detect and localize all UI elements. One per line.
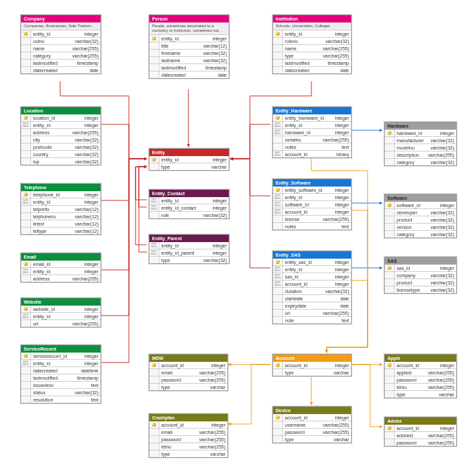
column-icon: [149, 50, 159, 56]
column-type: integer: [438, 265, 456, 271]
connector-line: [230, 124, 270, 159]
table-title: Entity_SAS: [273, 251, 351, 259]
column-name: version: [395, 224, 428, 230]
erd-table-telephone: Telephonetelephone_idintegerNOT NULLenti…: [20, 183, 101, 235]
column-type: integer: [83, 122, 100, 128]
column-icon: [21, 45, 31, 52]
table-row: countryvarchar(32): [21, 150, 100, 157]
column-icon: [21, 144, 31, 150]
foreign-key-icon: NOT NULL: [149, 197, 159, 204]
primary-key-icon: [149, 362, 159, 368]
foreign-key-icon: NOT NULL: [149, 204, 159, 211]
table-row: typevarchar: [273, 368, 351, 376]
column-name: type: [159, 164, 210, 170]
column-type: varchar(32): [201, 58, 229, 64]
column-type: integer: [83, 353, 100, 359]
column-icon: [385, 224, 395, 230]
column-type: integer: [333, 267, 351, 273]
primary-key-icon: [385, 265, 395, 271]
column-icon: [385, 439, 395, 446]
table-body: NOT NULLentity_idintegerNOT NULLentity_i…: [149, 242, 229, 263]
column-name: title: [159, 43, 201, 49]
table-row: entity_idinteger: [149, 35, 229, 42]
table-row: website_idinteger: [21, 306, 100, 312]
column-icon: [21, 129, 31, 136]
foreign-key-icon: NOT NULL: [21, 360, 31, 366]
erd-table-adobe: Adobeaccount_idintegeradobeidvarchar(255…: [384, 417, 457, 447]
column-name: password: [395, 377, 426, 383]
table-body: entity_software_idintegerNOT NULLentity_…: [273, 187, 351, 230]
connector-line: [101, 124, 147, 159]
table-row: NOT NULLentity_idinteger: [21, 121, 100, 128]
erd-table-entity_parent: Entity_ParentNOT NULLentity_idintegerNOT…: [149, 234, 229, 264]
column-type: integer: [83, 31, 100, 37]
column-name: hardware_id: [395, 130, 438, 136]
primary-key-icon: [21, 353, 31, 359]
primary-key-icon: [385, 425, 395, 431]
column-type: varchar(32): [428, 210, 456, 216]
column-type: varchar(12): [73, 206, 100, 212]
column-icon: [385, 216, 395, 223]
table-row: statusvarchar(32): [21, 388, 100, 396]
column-name: password: [159, 377, 197, 383]
column-type: timestamp: [326, 60, 351, 66]
column-type: integer: [333, 194, 351, 200]
foreign-key-icon: NOT NULL: [273, 151, 283, 157]
column-type: varchar(255): [426, 377, 456, 383]
table-row: entity_idinteger: [21, 30, 100, 37]
column-type: integer: [333, 31, 351, 37]
table-row: manufacturervarchar(32): [385, 136, 456, 144]
column-type: varchar(255): [70, 321, 100, 327]
column-type: varchar(32): [428, 217, 456, 223]
column-name: product: [395, 280, 428, 286]
table-row: typevarchar(32): [149, 256, 229, 263]
column-name: url: [31, 321, 70, 327]
connector-line: [352, 364, 382, 427]
column-name: software_id: [395, 202, 438, 208]
column-name: entity_id: [31, 269, 83, 275]
table-row: NOT NULLaccount_idinteger: [273, 208, 351, 215]
column-name: datecreated: [283, 67, 338, 73]
table-row: expirydatedate: [273, 302, 351, 309]
erd-table-entity_hardware: Entity_Hardwareentity_hardware_idinteger…: [272, 107, 352, 158]
column-icon: [149, 369, 159, 376]
column-name: username: [283, 422, 321, 428]
table-row: addressvarchar(255): [21, 275, 100, 282]
connector-line: [230, 159, 270, 196]
column-name: country: [31, 151, 73, 157]
primary-key-icon: [273, 114, 283, 121]
erd-table-apple: Appleaccount_idintegerappleidvarchar(255…: [384, 354, 457, 398]
column-icon: [273, 52, 283, 59]
table-row: lastnamevarchar(32): [149, 56, 229, 64]
table-row: telprefixvarchar(12): [21, 205, 100, 212]
column-type: integer: [333, 209, 351, 215]
table-body: account_idintegeradobeidvarchar(255)pass…: [385, 425, 456, 446]
column-icon: [273, 317, 283, 323]
column-type: varchar(32): [428, 138, 456, 144]
table-body: entity_idintegertypevarchar: [149, 156, 229, 170]
column-type: varchar(32): [201, 257, 229, 263]
column-type: varchar: [332, 437, 351, 443]
column-name: account_id: [395, 425, 438, 431]
column-icon: [273, 421, 283, 428]
column-type: integer: [211, 198, 229, 204]
column-type: varchar(32): [201, 50, 229, 56]
column-type: varchar(255): [426, 433, 456, 439]
column-name: leltype: [31, 228, 73, 234]
column-type: date: [87, 67, 100, 73]
column-name: resolution: [31, 397, 89, 403]
table-body: email_idintegerNOT NULLentity_idintegera…: [21, 261, 100, 282]
table-row: namevarchar(255): [273, 44, 351, 52]
column-icon: [21, 52, 31, 59]
column-icon: [149, 376, 159, 383]
table-title: Email: [21, 253, 100, 261]
column-type: text: [89, 397, 100, 403]
column-name: password: [395, 440, 426, 446]
column-name: status: [31, 390, 73, 396]
primary-key-icon: [273, 259, 283, 265]
column-icon: [273, 45, 283, 52]
table-title: Apple: [385, 355, 456, 362]
table-row: NOT NULLhardware_idinteger: [273, 128, 351, 136]
erd-table-servicerecord: ServiceRecordservicerecord_idintegerNOT …: [20, 345, 101, 404]
table-body: software_idintegerdevelopervarchar(32)pr…: [385, 202, 456, 237]
